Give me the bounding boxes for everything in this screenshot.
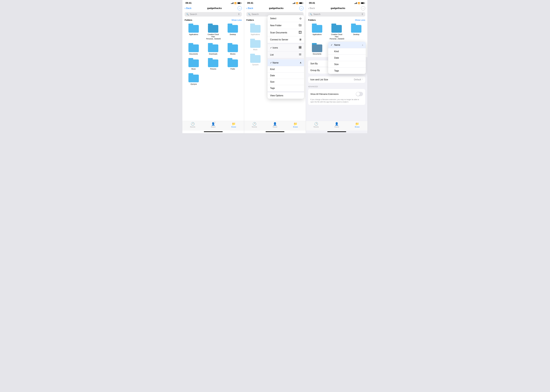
tab-recents-1[interactable]: 🕐 Recents	[182, 122, 203, 128]
folder-desktop-3[interactable]: Desktop	[346, 23, 366, 42]
search-bar-3[interactable]: 🔍 Search 🎙	[308, 12, 365, 17]
folder-downloads-1[interactable]: Downloads	[203, 42, 223, 57]
folder-applications-2[interactable]: Applications	[246, 23, 265, 38]
sort-size-label-3: Size	[334, 63, 339, 66]
sort-size-3[interactable]: ✓ Size	[328, 61, 366, 68]
folder-icon-applications-2	[250, 24, 261, 33]
section-header-3: Folders Show Less	[306, 18, 367, 23]
folder-movies-1[interactable]: Movies	[223, 42, 243, 57]
folder-documents-3[interactable]: Documents	[307, 42, 327, 57]
sort-tags-3[interactable]: ✓ Tags	[328, 68, 366, 74]
sort-name-chevron-3: ∧	[362, 44, 363, 46]
folder-zyzzyva-2[interactable]: Zyzzyva	[246, 53, 265, 68]
status-icons-2: 📶	[293, 2, 303, 4]
folder-zyzzyva-1[interactable]: Zyzzyva	[184, 72, 203, 87]
mic-icon-3[interactable]: 🎙	[361, 13, 364, 15]
folder-applications-3[interactable]: Applications	[307, 23, 327, 42]
back-button-2[interactable]: ‹ Back	[246, 7, 253, 10]
back-label-3: Back	[310, 7, 315, 10]
name-chevron-icon-2: ∧	[300, 61, 301, 64]
dropdown-list-label-2: List	[270, 54, 274, 56]
folder-icon-applications-3	[312, 24, 322, 33]
extensions-toggle-3[interactable]	[356, 92, 363, 96]
shared-icon-3: 👤	[335, 122, 339, 126]
folder-cloudfiles-3[interactable]: Creative Cloud Files Personal...AdobeID	[327, 23, 347, 42]
dropdown-name-2[interactable]: ✓ Name ∧	[268, 59, 304, 66]
folder-icon-movies-1	[228, 43, 238, 52]
dropdown-connect-label-2: Connect to Server	[270, 38, 288, 41]
extensions-label-3: Show All Filename Extensions	[310, 93, 339, 95]
back-button-3[interactable]: ‹ Back	[308, 7, 315, 10]
more-button-3[interactable]: ···	[361, 6, 365, 10]
dropdown-select-2[interactable]: Select ⊙	[268, 15, 304, 22]
sort-kind-3[interactable]: ✓ Kind	[328, 48, 366, 55]
dropdown-kind-2[interactable]: Kind	[268, 66, 304, 72]
signal-icon-3	[354, 2, 357, 4]
show-less-button-3[interactable]: Show Less	[355, 19, 365, 21]
folder-public-1[interactable]: Public	[223, 57, 243, 72]
tab-shared-2[interactable]: 👤 Shared	[265, 122, 285, 128]
nav-title-1: gadgethacks	[207, 7, 222, 10]
icon-size-row-3[interactable]: Icon and List Size Default ⌃	[308, 77, 365, 83]
shared-badge-1	[214, 122, 216, 124]
tab-browse-3[interactable]: 📁 Browse	[347, 122, 367, 128]
sort-name-3[interactable]: ✓ Name ∧	[328, 42, 366, 48]
folder-music-2[interactable]: Music	[246, 38, 265, 53]
status-time-1: 09:41	[186, 2, 192, 5]
svg-rect-6	[299, 31, 299, 32]
tab-recents-2[interactable]: 🕐 Recents	[244, 122, 265, 128]
show-less-button-1[interactable]: Show Less	[231, 19, 242, 21]
dropdown-icons-label-2: ✓ Icons	[270, 46, 278, 49]
folder-icon-pictures-1	[208, 58, 218, 67]
dropdown-icons-2[interactable]: ✓ Icons	[268, 44, 304, 51]
folder-cloudfiles-1[interactable]: Creative Cloud Files Personal...AdobeID	[203, 23, 223, 42]
sort-date-3[interactable]: ✓ Date	[328, 55, 366, 61]
sort-name-label-3: Name	[334, 44, 340, 46]
dropdown-date-label-2: Date	[270, 74, 275, 77]
tab-browse-1[interactable]: 📁 Browse	[223, 122, 244, 128]
back-button-1[interactable]: ‹ Back	[185, 7, 191, 10]
tab-recents-3[interactable]: 🕐 Recents	[306, 122, 326, 128]
search-placeholder-3: Search	[313, 13, 321, 15]
dropdown-viewoptions-2[interactable]: View Options	[268, 92, 304, 99]
wifi-icon-1: 📶	[234, 2, 236, 4]
sort-kind-label-3: Kind	[334, 50, 339, 53]
folder-pictures-1[interactable]: Pictures	[203, 57, 223, 72]
folder-desktop-1[interactable]: Desktop	[223, 23, 243, 42]
dropdown-newfolder-2[interactable]: New Folder	[268, 22, 304, 29]
dropdown-newfolder-label-2: New Folder	[270, 24, 282, 27]
screen3: 09:41 📶 ‹ Back gadgethacks	[306, 0, 368, 133]
recents-label-1: Recents	[190, 126, 195, 128]
dropdown-gap-2	[268, 58, 304, 59]
recents-label-2: Recents	[252, 126, 257, 128]
dropdown-gap-1	[268, 43, 304, 44]
dropdown-tags-2[interactable]: Tags	[268, 85, 304, 91]
folder-label-cloudfiles-3: Creative Cloud Files Personal...AdobeID	[329, 34, 344, 40]
tab-browse-2[interactable]: 📁 Browse	[285, 122, 306, 128]
tab-shared-1[interactable]: 👤 Shared	[203, 122, 223, 128]
search-placeholder-2: Search	[251, 13, 259, 15]
dropdown-list-2[interactable]: List	[268, 51, 304, 58]
back-label-2: Back	[248, 7, 253, 10]
mic-icon-1[interactable]: 🎙	[238, 13, 240, 15]
dropdown-connect-2[interactable]: Connect to Server 🖥	[268, 36, 304, 43]
status-bar-3: 09:41 📶	[306, 0, 367, 5]
shared-label-1: Shared	[211, 126, 215, 128]
dropdown-scan-2[interactable]: Scan Documents	[268, 29, 304, 36]
dropdown-size-2[interactable]: Size	[268, 79, 304, 85]
more-button-1[interactable]: ···	[237, 6, 242, 10]
browse-icon-2: 📁	[293, 122, 297, 126]
folder-documents-1[interactable]: Documents	[184, 42, 203, 57]
folder-icon-zyzzyva-1	[188, 74, 199, 82]
ellipsis-icon-2: ···	[300, 7, 302, 10]
nav-bar-1: ‹ Back gadgethacks ···	[182, 5, 244, 12]
wifi-icon-2: 📶	[296, 2, 298, 4]
search-bar-1[interactable]: 🔍 Search 🎙	[185, 12, 242, 17]
sort-by-label-3: Sort By	[310, 62, 318, 65]
folder-music-1[interactable]: Music	[184, 57, 203, 72]
tab-shared-3[interactable]: 👤 Shared	[326, 122, 347, 128]
more-button-2[interactable]: ···	[299, 6, 303, 10]
folder-label-pictures-1: Pictures	[210, 68, 216, 70]
dropdown-date-2[interactable]: Date	[268, 72, 304, 79]
folder-applications-1[interactable]: Applications	[184, 23, 203, 42]
